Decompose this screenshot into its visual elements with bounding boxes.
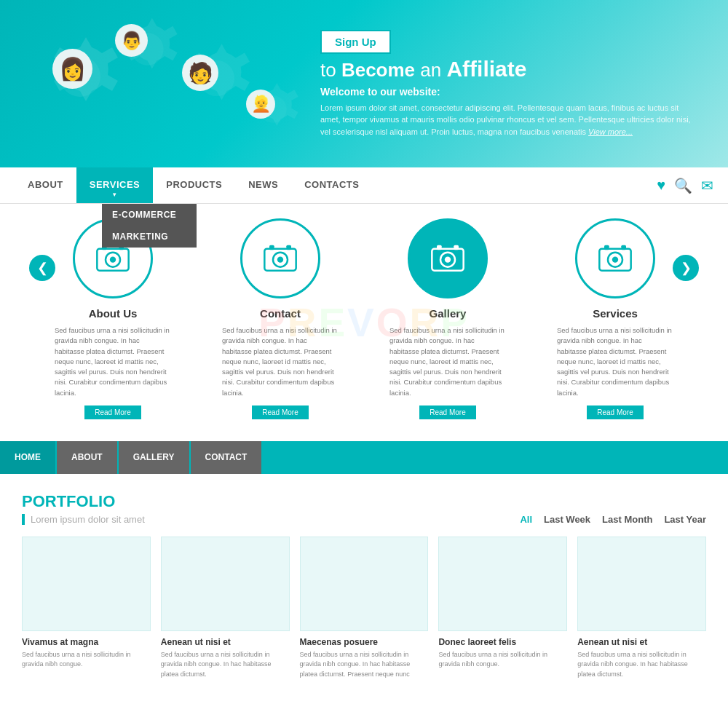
portfolio-filters: All Last Week Last Month Last Year — [520, 514, 706, 525]
carousel-next-button[interactable]: ❯ — [673, 255, 699, 281]
svg-rect-13 — [286, 245, 291, 250]
footer-nav-about[interactable]: ABOUT — [57, 441, 117, 474]
portfolio-section: PORTFOLIO Lorem ipsum dolor sit amet All… — [0, 474, 728, 702]
portfolio-thumb-4 — [438, 537, 567, 631]
portfolio-card-3: Maecenas posuere Sed faucibus urna a nis… — [300, 537, 429, 680]
service-card-contact: Contact Sed faucibus urna a nisi sollici… — [222, 218, 339, 419]
hero-illustration: 👩 👨 🧑 👱 — [29, 11, 306, 157]
service-icon-gallery — [408, 218, 488, 298]
portfolio-subtitle: Lorem ipsum dolor sit amet — [22, 514, 520, 525]
service-icon-services — [575, 218, 655, 298]
hero-content: Sign Up to Become an Affiliate Welcome t… — [306, 30, 699, 138]
portfolio-card-text-5: Sed faucibus urna a nisi sollicitudin in… — [577, 650, 706, 680]
avatar: 👩 — [52, 49, 92, 89]
read-more-services[interactable]: Read More — [587, 405, 643, 419]
navigation-bar: ABOUT SERVICES ▼ PRODUCTS NEWS CONTACTS … — [0, 167, 728, 204]
heart-icon[interactable]: ♥ — [657, 177, 665, 194]
filter-last-month[interactable]: Last Month — [602, 514, 652, 525]
portfolio-thumb-1 — [22, 537, 151, 631]
mail-icon[interactable]: ✉ — [701, 177, 713, 194]
svg-rect-17 — [437, 245, 442, 250]
service-text-about: Sed faucibus urna a nisi sollicitudin in… — [55, 325, 171, 398]
portfolio-card-title-1: Vivamus at magna — [22, 637, 151, 647]
hero-section: 👩 👨 🧑 👱 Sign Up to Become an Affiliate W… — [0, 0, 728, 167]
services-grid: ❮ About Us Sed faucibus urna a nisi soll… — [29, 218, 699, 419]
portfolio-card-5: Aenean ut nisi et Sed faucibus urna a ni… — [577, 537, 706, 680]
svg-point-11 — [277, 257, 283, 263]
nav-news[interactable]: NEWS — [235, 167, 291, 203]
portfolio-thumb-5 — [577, 537, 706, 631]
portfolio-card-title-5: Aenean ut nisi et — [577, 637, 706, 647]
footer-nav-gallery[interactable]: GALLERY — [119, 441, 189, 474]
hero-subtitle: Welcome to our website: — [320, 86, 699, 98]
read-more-about[interactable]: Read More — [84, 405, 141, 419]
service-text-services: Sed faucibus urna a nisi sollicitudin in… — [557, 325, 673, 398]
portfolio-thumb-2 — [161, 537, 290, 631]
service-icon-contact — [240, 218, 320, 298]
portfolio-thumb-3 — [300, 537, 429, 631]
service-card-services: Services Sed faucibus urna a nisi sollic… — [557, 218, 673, 419]
filter-last-week[interactable]: Last Week — [544, 514, 590, 525]
avatar: 👱 — [246, 90, 275, 119]
footer-nav-home[interactable]: HOME — [0, 441, 55, 474]
read-more-contact[interactable]: Read More — [252, 405, 308, 419]
read-more-gallery[interactable]: Read More — [419, 405, 475, 419]
carousel-prev-button[interactable]: ❮ — [29, 255, 55, 281]
footer-nav-contact[interactable]: CONTACT — [191, 441, 262, 474]
portfolio-card-text-4: Sed faucibus urna a nisi sollicitudin in… — [438, 650, 567, 670]
dropdown-marketing[interactable]: MARKETING — [102, 226, 197, 248]
nav-services[interactable]: SERVICES ▼ — [76, 167, 154, 203]
svg-rect-12 — [269, 245, 274, 250]
service-title-contact: Contact — [222, 307, 339, 320]
svg-point-6 — [110, 257, 116, 263]
svg-point-16 — [445, 257, 451, 263]
portfolio-header: PORTFOLIO Lorem ipsum dolor sit amet All… — [22, 492, 706, 525]
avatar: 🧑 — [182, 55, 218, 91]
view-more-link[interactable]: View more... — [588, 127, 633, 136]
portfolio-card-text-1: Sed faucibus urna a nisi sollicitudin in… — [22, 650, 151, 670]
portfolio-card-text-3: Sed faucibus urna a nisi sollicitudin in… — [300, 650, 429, 680]
service-title-gallery: Gallery — [389, 307, 506, 320]
nav-products[interactable]: PRODUCTS — [153, 167, 235, 203]
filter-last-year[interactable]: Last Year — [664, 514, 706, 525]
search-icon[interactable]: 🔍 — [674, 177, 692, 194]
svg-point-21 — [612, 257, 618, 263]
service-title-about: About Us — [55, 307, 171, 320]
portfolio-grid: Vivamus at magna Sed faucibus urna a nis… — [22, 537, 706, 680]
portfolio-card-text-2: Sed faucibus urna a nisi sollicitudin in… — [161, 650, 290, 680]
svg-rect-18 — [454, 245, 459, 250]
hero-title: to Become an Affiliate — [320, 57, 699, 82]
hero-body: Lorem ipsum dolor sit amet, consectetur … — [320, 102, 699, 138]
service-text-contact: Sed faucibus urna a nisi sollicitudin in… — [222, 325, 339, 398]
svg-rect-23 — [621, 245, 626, 250]
avatar: 👨 — [115, 24, 148, 57]
services-dropdown: E-COMMERCE MARKETING — [102, 204, 197, 248]
portfolio-title: PORTFOLIO — [22, 492, 520, 511]
nav-about[interactable]: ABOUT — [15, 167, 76, 203]
signup-button[interactable]: Sign Up — [320, 30, 391, 54]
portfolio-card-title-2: Aenean ut nisi et — [161, 637, 290, 647]
portfolio-card-2: Aenean ut nisi et Sed faucibus urna a ni… — [161, 537, 290, 680]
service-card-about: About Us Sed faucibus urna a nisi sollic… — [55, 218, 171, 419]
dropdown-ecommerce[interactable]: E-COMMERCE — [102, 204, 197, 226]
footer-nav: HOME ABOUT GALLERY CONTACT — [0, 441, 728, 474]
portfolio-card-title-3: Maecenas posuere — [300, 637, 429, 647]
service-card-gallery: Gallery Sed faucibus urna a nisi sollici… — [389, 218, 506, 419]
filter-all[interactable]: All — [520, 514, 532, 525]
portfolio-card-4: Donec laoreet felis Sed faucibus urna a … — [438, 537, 567, 680]
service-title-services: Services — [557, 307, 673, 320]
service-text-gallery: Sed faucibus urna a nisi sollicitudin in… — [389, 325, 506, 398]
portfolio-card-title-4: Donec laoreet felis — [438, 637, 567, 647]
portfolio-card-1: Vivamus at magna Sed faucibus urna a nis… — [22, 537, 151, 680]
nav-contacts[interactable]: CONTACTS — [291, 167, 372, 203]
svg-rect-22 — [604, 245, 609, 250]
